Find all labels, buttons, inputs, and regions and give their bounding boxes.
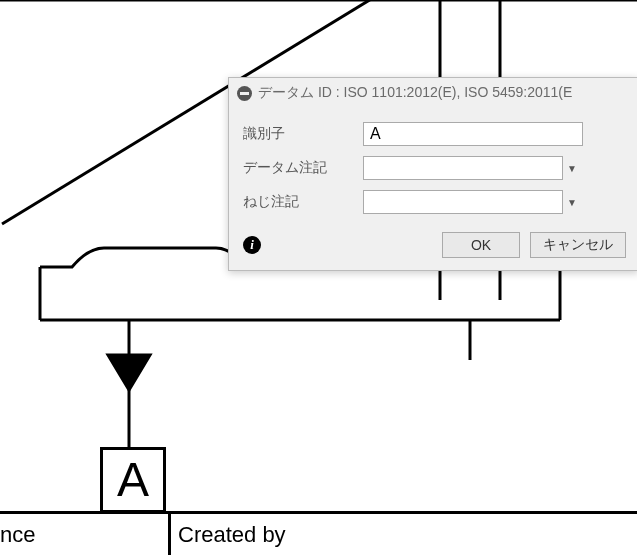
cad-canvas: A nce Created by データム ID : ISO 1101:2012… (0, 0, 637, 555)
chevron-down-icon[interactable]: ▼ (563, 190, 581, 214)
svg-marker-9 (108, 355, 150, 390)
dialog-title-text: データム ID : ISO 1101:2012(E), ISO 5459:201… (258, 84, 572, 102)
label-datum-note: データム注記 (243, 159, 363, 177)
combo-thread-note: ▼ (363, 190, 581, 214)
label-thread-note: ねじ注記 (243, 193, 363, 211)
combo-datum-note: ▼ (363, 156, 581, 180)
titleblock-top-border (0, 511, 637, 514)
row-datum-note: データム注記 ▼ (243, 156, 624, 180)
titleblock-divider (168, 511, 171, 555)
datum-id-dialog: データム ID : ISO 1101:2012(E), ISO 5459:201… (228, 77, 637, 271)
label-identifier: 識別子 (243, 125, 363, 143)
input-thread-note[interactable] (363, 190, 563, 214)
input-datum-note[interactable] (363, 156, 563, 180)
titleblock-created-by-label: Created by (178, 522, 286, 548)
ok-button[interactable]: OK (442, 232, 520, 258)
dialog-footer: i OK キャンセル (229, 226, 637, 270)
info-icon[interactable]: i (243, 236, 261, 254)
row-identifier: 識別子 (243, 122, 624, 146)
titleblock-cell-left: nce (0, 522, 35, 548)
input-identifier[interactable] (363, 122, 583, 146)
datum-id-letter: A (117, 456, 149, 504)
minus-circle-icon (237, 86, 252, 101)
row-thread-note: ねじ注記 ▼ (243, 190, 624, 214)
chevron-down-icon[interactable]: ▼ (563, 156, 581, 180)
dialog-body: 識別子 データム注記 ▼ ねじ注記 ▼ (229, 108, 637, 226)
cancel-button[interactable]: キャンセル (530, 232, 626, 258)
datum-id-symbol[interactable]: A (100, 447, 166, 513)
dialog-titlebar[interactable]: データム ID : ISO 1101:2012(E), ISO 5459:201… (229, 78, 637, 108)
